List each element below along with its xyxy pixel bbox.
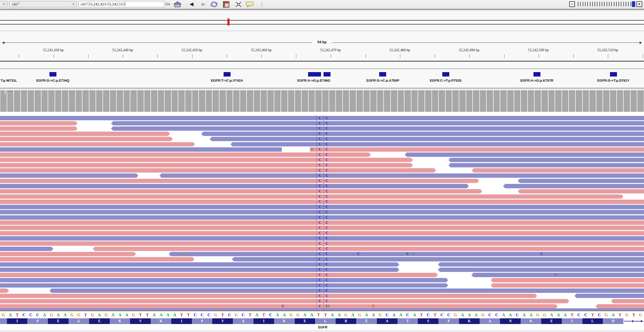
zoom-slider-tick[interactable] — [578, 2, 578, 6]
read-segment[interactable] — [503, 184, 644, 188]
mutation-box[interactable] — [610, 72, 617, 76]
read-segment[interactable] — [0, 308, 644, 310]
read-segment[interactable] — [0, 257, 194, 261]
refresh-button[interactable] — [209, 1, 219, 8]
zoom-slider-tick[interactable] — [597, 2, 597, 6]
read-segment[interactable] — [518, 179, 644, 183]
tooltip-behavior-button[interactable] — [245, 1, 254, 8]
read-segment[interactable] — [0, 278, 448, 282]
read-segment[interactable] — [0, 179, 479, 183]
zoom-slider-tick[interactable] — [583, 2, 583, 6]
zoom-slider-tick[interactable] — [604, 2, 605, 6]
mutation-box[interactable] — [49, 72, 56, 76]
read-segment[interactable] — [0, 132, 170, 136]
read-segment[interactable] — [0, 299, 569, 303]
read-segment[interactable] — [0, 283, 448, 288]
read-segment[interactable] — [0, 184, 469, 188]
zoom-slider-thumb[interactable] — [632, 1, 635, 7]
read-segment[interactable] — [0, 173, 138, 178]
define-region-button[interactable] — [222, 1, 230, 8]
read-segment[interactable] — [0, 236, 644, 241]
read-segment[interactable] — [518, 189, 644, 193]
read-segment[interactable] — [471, 273, 644, 277]
zoom-slider-tick[interactable] — [611, 2, 612, 6]
read-segment[interactable] — [448, 158, 644, 162]
zoom-slider-tick[interactable] — [595, 2, 595, 6]
zoom-slider-tick[interactable] — [585, 2, 586, 6]
zoom-slider-tick[interactable] — [590, 2, 590, 6]
locus-input[interactable]: chr7:55,242,423-55,242,515 — [79, 1, 164, 7]
read-segment[interactable] — [0, 304, 558, 309]
zoom-slider-tick[interactable] — [609, 2, 609, 6]
go-button[interactable]: Go — [166, 2, 170, 6]
zoom-slider-tick[interactable] — [631, 2, 631, 6]
read-segment[interactable] — [574, 294, 644, 298]
read-segment[interactable] — [0, 210, 644, 214]
read-segment[interactable] — [232, 257, 644, 261]
read-segment[interactable] — [491, 278, 644, 282]
read-segment[interactable] — [0, 241, 644, 246]
read-segment[interactable] — [210, 137, 644, 141]
read-segment[interactable] — [111, 126, 644, 131]
read-segment[interactable] — [438, 262, 644, 267]
mutation-box[interactable] — [379, 72, 386, 76]
read-segment[interactable] — [0, 126, 78, 131]
zoom-slider-tick[interactable] — [592, 2, 593, 6]
read-segment[interactable] — [0, 158, 413, 162]
genome-dropdown[interactable]: ∨ — [0, 1, 7, 7]
mutation-box[interactable] — [324, 72, 331, 76]
zoom-slider-tick[interactable] — [621, 2, 621, 6]
zoom-slider-tick[interactable] — [602, 2, 602, 6]
zoom-in-button[interactable]: + — [637, 1, 642, 7]
read-segment[interactable] — [0, 163, 413, 167]
read-segment[interactable] — [438, 268, 644, 272]
mutation-box[interactable] — [442, 72, 449, 76]
zoom-slider-tick[interactable] — [626, 2, 626, 6]
zoom-slider-tick[interactable] — [618, 2, 619, 6]
zoom-slider-tick[interactable] — [599, 2, 600, 6]
back-button[interactable] — [188, 1, 195, 8]
read-segment[interactable] — [0, 168, 436, 173]
zoom-slider-tick[interactable] — [623, 2, 624, 6]
zoom-slider-tick[interactable] — [628, 2, 629, 6]
read-segment[interactable] — [310, 147, 644, 152]
read-segment[interactable] — [0, 215, 644, 220]
read-segment[interactable] — [0, 268, 399, 272]
fit-to-window-button[interactable] — [235, 1, 242, 8]
read-segment[interactable] — [0, 152, 371, 157]
read-segment[interactable] — [0, 231, 644, 235]
read-segment[interactable] — [0, 252, 136, 256]
zoom-slider-tick[interactable] — [587, 2, 588, 6]
chromosome-dropdown[interactable]: chr7 ∨ — [9, 1, 77, 7]
read-segment[interactable] — [405, 152, 644, 157]
read-segment[interactable] — [596, 304, 644, 309]
read-segment[interactable] — [49, 288, 644, 293]
zoom-slider-tick[interactable] — [616, 2, 617, 6]
ruler-panel[interactable]: 94 bp 55,242,430 bp55,242,440 bp55,242,4… — [0, 31, 644, 61]
read-segment[interactable] — [0, 273, 438, 277]
read-segment[interactable] — [0, 189, 482, 193]
read-segment[interactable] — [0, 137, 173, 141]
mutation-box[interactable] — [308, 72, 321, 76]
read-segment[interactable] — [0, 194, 623, 199]
read-segment[interactable] — [231, 142, 644, 147]
home-button[interactable] — [174, 1, 181, 8]
zoom-out-button[interactable]: − — [569, 1, 575, 7]
read-segment[interactable] — [472, 168, 644, 173]
read-segment[interactable] — [0, 294, 537, 298]
read-segment[interactable] — [93, 247, 644, 251]
read-segment[interactable] — [0, 288, 9, 293]
read-segment[interactable] — [159, 173, 644, 178]
read-segment[interactable] — [0, 247, 53, 251]
read-segment[interactable] — [0, 116, 644, 120]
read-segment[interactable] — [0, 205, 644, 209]
zoom-slider-tick[interactable] — [614, 2, 614, 6]
read-segment[interactable] — [0, 262, 399, 267]
chromosome-ideogram[interactable] — [0, 20, 644, 24]
read-segment[interactable] — [201, 132, 644, 136]
read-segment[interactable] — [611, 299, 644, 303]
read-segment[interactable] — [0, 121, 78, 125]
read-segment[interactable] — [111, 121, 644, 125]
forward-button[interactable] — [200, 1, 208, 8]
zoom-slider-tick[interactable] — [580, 2, 581, 6]
